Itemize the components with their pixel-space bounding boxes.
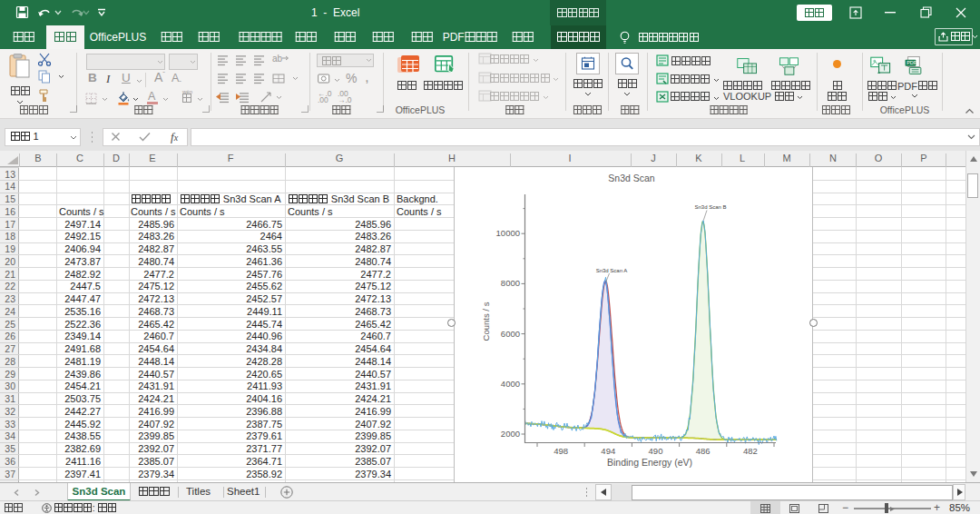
svg-text:Sn3d Scan B: Sn3d Scan B <box>694 204 726 210</box>
svg-text:Counts / s: Counts / s <box>481 301 491 341</box>
svg-text:490: 490 <box>649 446 663 456</box>
svg-text:Binding Energy (eV): Binding Energy (eV) <box>607 457 692 468</box>
svg-text:6000: 6000 <box>501 329 520 339</box>
svg-text:482: 482 <box>743 446 758 456</box>
svg-text:Sn3d Scan A: Sn3d Scan A <box>596 268 628 273</box>
svg-text:4000: 4000 <box>501 379 520 389</box>
svg-text:8000: 8000 <box>501 278 520 288</box>
svg-text:Sn3d Scan: Sn3d Scan <box>608 173 655 183</box>
svg-text:486: 486 <box>696 446 710 456</box>
svg-text:498: 498 <box>554 446 568 456</box>
svg-text:2000: 2000 <box>501 429 520 439</box>
svg-text:PDF: PDF <box>906 60 917 65</box>
svg-text:10000: 10000 <box>496 228 520 238</box>
svg-text:494: 494 <box>601 446 615 456</box>
